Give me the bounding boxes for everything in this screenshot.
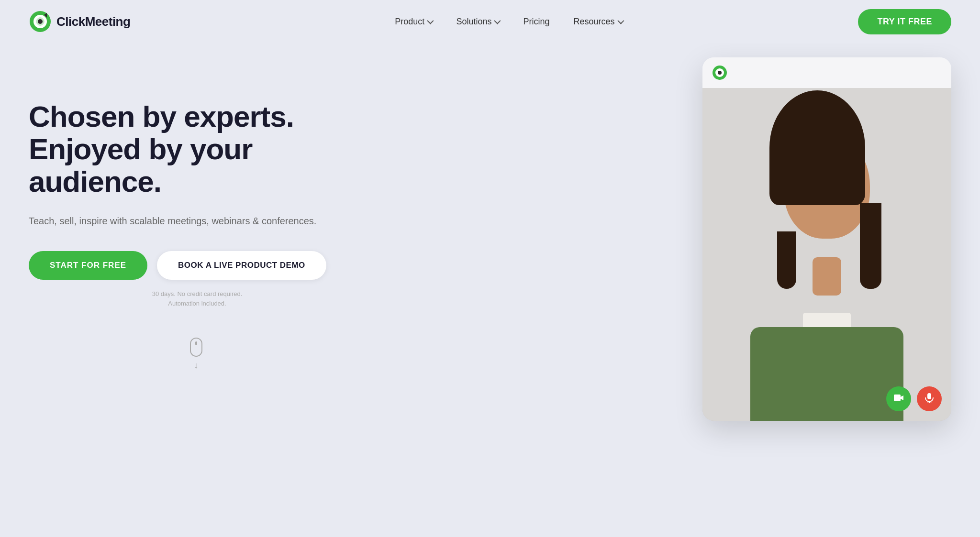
hero-section: Chosen by experts. Enjoyed by your audie… xyxy=(0,43,980,537)
hero-note: 30 days. No credit card required. Automa… xyxy=(31,289,364,309)
person-hair-right xyxy=(860,203,881,289)
header: ClickMeeting Product Solutions Pricing R… xyxy=(0,0,980,43)
logo-link[interactable]: ClickMeeting xyxy=(29,10,130,33)
nav-item-product[interactable]: Product xyxy=(395,17,432,27)
start-free-button[interactable]: START FOR FREE xyxy=(29,251,147,280)
demo-button[interactable]: BOOK A LIVE PRODUCT DEMO xyxy=(157,251,326,280)
scroll-dot xyxy=(195,341,197,345)
video-controls xyxy=(886,386,942,411)
main-nav: Product Solutions Pricing Resources xyxy=(395,17,622,27)
svg-point-5 xyxy=(718,71,722,75)
camera-button[interactable] xyxy=(886,386,911,411)
logo-icon xyxy=(29,10,52,33)
chevron-down-icon xyxy=(427,18,434,24)
brand-name: ClickMeeting xyxy=(56,14,130,29)
nav-item-resources[interactable]: Resources xyxy=(573,17,622,27)
person-hair xyxy=(769,90,865,205)
video-card-header xyxy=(702,57,951,88)
nav-item-solutions[interactable]: Solutions xyxy=(456,17,499,27)
nav-item-pricing[interactable]: Pricing xyxy=(523,17,549,27)
nav-container: Product Solutions Pricing Resources xyxy=(130,17,858,27)
person-hair-left xyxy=(777,231,796,289)
hero-subtitle: Teach, sell, inspire with scalable meeti… xyxy=(29,214,364,228)
video-person-area xyxy=(702,88,951,421)
nav-right: TRY IT FREE xyxy=(858,9,951,34)
chevron-down-icon xyxy=(494,18,501,24)
scroll-indicator: ↓ xyxy=(29,338,364,371)
person-shirt xyxy=(750,327,903,421)
cm-logo-small xyxy=(712,65,727,80)
person-visual xyxy=(702,88,951,421)
person-neck xyxy=(813,257,841,296)
hero-title: Chosen by experts. Enjoyed by your audie… xyxy=(29,100,364,198)
svg-point-2 xyxy=(38,19,43,24)
scroll-arrow-icon: ↓ xyxy=(194,361,199,371)
scroll-mouse-icon xyxy=(190,338,202,357)
mic-icon xyxy=(924,393,935,405)
hero-buttons: START FOR FREE BOOK A LIVE PRODUCT DEMO xyxy=(29,251,364,280)
mic-button[interactable] xyxy=(917,386,942,411)
chevron-down-icon xyxy=(617,18,624,24)
camera-icon xyxy=(893,393,904,405)
svg-rect-7 xyxy=(927,393,931,399)
video-card xyxy=(702,57,951,421)
hero-content: Chosen by experts. Enjoyed by your audie… xyxy=(29,62,364,371)
person-figure xyxy=(702,88,951,421)
try-free-button[interactable]: TRY IT FREE xyxy=(858,9,951,34)
hero-visual xyxy=(702,57,951,421)
svg-rect-6 xyxy=(894,395,901,401)
